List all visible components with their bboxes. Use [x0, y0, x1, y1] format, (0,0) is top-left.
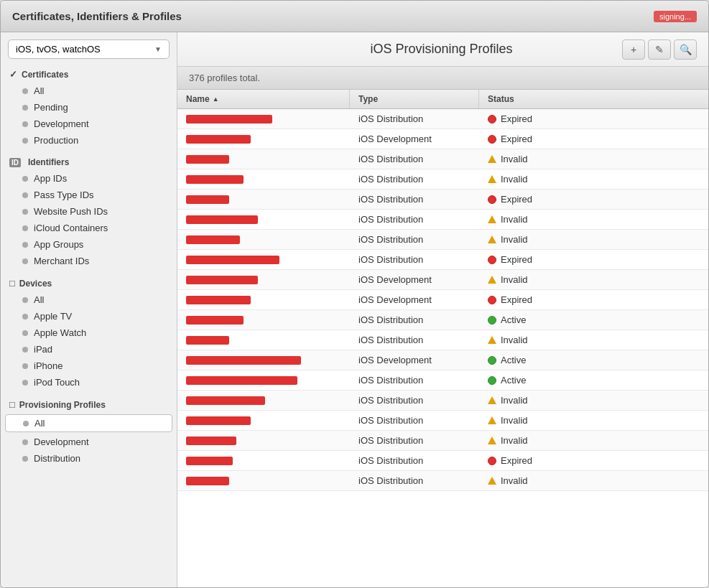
- sidebar-item-apple-tv[interactable]: Apple TV: [1, 308, 177, 325]
- status-cell: Active: [479, 310, 708, 330]
- warning-icon: [488, 155, 496, 163]
- sidebar-section-certificates: ✓ Certificates All Pending Development: [1, 65, 177, 149]
- status-cell: Active: [479, 350, 708, 370]
- table-header: Name ▲ Type Status: [177, 90, 708, 109]
- name-cell: [177, 109, 350, 129]
- sidebar-item-devices-all[interactable]: All: [1, 291, 177, 308]
- sidebar-item-ipad[interactable]: iPad: [1, 341, 177, 358]
- name-cell: [177, 169, 350, 189]
- column-status[interactable]: Status: [479, 90, 708, 108]
- table-row[interactable]: iOS Development Expired: [177, 129, 708, 149]
- warning-icon: [488, 276, 496, 284]
- status-cell: Expired: [479, 451, 708, 470]
- table-row[interactable]: iOS Distribution Expired: [177, 250, 708, 270]
- status-cell: Expired: [479, 129, 708, 149]
- name-cell: [177, 370, 350, 390]
- name-cell: [177, 129, 350, 149]
- app-window: Certificates, Identifiers & Profiles sig…: [0, 0, 709, 588]
- name-cell: [177, 451, 350, 470]
- status-cell: Invalid: [479, 230, 708, 249]
- table-row[interactable]: iOS Distribution Expired: [177, 451, 708, 471]
- redacted-name: [186, 437, 236, 445]
- chevron-down-icon: ▼: [154, 45, 162, 53]
- sidebar-section-devices: □ Devices All Apple TV Apple Watch: [1, 274, 177, 391]
- warning-icon: [488, 437, 496, 444]
- certificates-icon: ✓: [9, 69, 17, 80]
- content-area: iOS, tvOS, watchOS ▼ ✓ Certificates All …: [1, 32, 708, 587]
- dot-icon: [22, 225, 28, 231]
- table-row[interactable]: iOS Distribution Invalid: [177, 210, 708, 230]
- platform-dropdown[interactable]: iOS, tvOS, watchOS ▼: [8, 39, 170, 59]
- table-row[interactable]: iOS Distribution Active: [177, 310, 708, 330]
- table-row[interactable]: iOS Distribution Invalid: [177, 431, 708, 451]
- sidebar-item-iphone[interactable]: iPhone: [1, 358, 177, 374]
- table-row[interactable]: iOS Distribution Invalid: [177, 230, 708, 250]
- type-cell: iOS Development: [350, 350, 479, 370]
- type-cell: iOS Development: [350, 290, 479, 309]
- section-label-provisioning: Provisioning Profiles: [19, 400, 106, 410]
- sidebar-item-profiles-development[interactable]: Development: [1, 434, 177, 450]
- sidebar-item-merchant-ids[interactable]: Merchant IDs: [1, 253, 177, 269]
- section-header-devices: □ Devices: [1, 274, 177, 291]
- table-row[interactable]: iOS Development Active: [177, 350, 708, 370]
- sidebar-item-cert-all[interactable]: All: [1, 83, 177, 99]
- search-button[interactable]: 🔍: [674, 39, 697, 60]
- edit-button[interactable]: ✎: [648, 39, 671, 60]
- sidebar-item-cert-pending[interactable]: Pending: [1, 99, 177, 116]
- name-cell: [177, 149, 350, 169]
- sidebar-item-apple-watch[interactable]: Apple Watch: [1, 325, 177, 341]
- section-header-identifiers: ID Identifiers: [1, 153, 177, 170]
- sidebar-item-app-groups[interactable]: App Groups: [1, 236, 177, 253]
- active-icon: [488, 356, 496, 365]
- table-row[interactable]: iOS Distribution Invalid: [177, 411, 708, 431]
- section-label-certificates: Certificates: [22, 70, 68, 80]
- column-name[interactable]: Name ▲: [177, 90, 350, 108]
- sort-icon: ▲: [213, 95, 219, 103]
- table-row[interactable]: iOS Distribution Invalid: [177, 169, 708, 190]
- table-row[interactable]: iOS Distribution Active: [177, 370, 708, 391]
- sidebar-item-pass-type-ids[interactable]: Pass Type IDs: [1, 187, 177, 203]
- column-type[interactable]: Type: [350, 90, 479, 108]
- status-cell: Invalid: [479, 391, 708, 410]
- window-title: Certificates, Identifiers & Profiles: [12, 10, 182, 22]
- sidebar-item-ipod-touch[interactable]: iPod Touch: [1, 374, 177, 391]
- table-row[interactable]: iOS Distribution Invalid: [177, 149, 708, 169]
- redacted-name: [186, 175, 244, 184]
- dot-icon: [22, 105, 28, 111]
- user-badge: signing...: [654, 11, 697, 22]
- dot-icon: [22, 347, 28, 353]
- status-cell: Expired: [479, 290, 708, 309]
- table-row[interactable]: iOS Development Expired: [177, 290, 708, 310]
- sidebar-item-profiles-distribution[interactable]: Distribution: [1, 450, 177, 467]
- sidebar-item-cert-production[interactable]: Production: [1, 132, 177, 149]
- sidebar-section-provisioning: □ Provisioning Profiles All Development …: [1, 395, 177, 467]
- type-cell: iOS Distribution: [350, 250, 479, 269]
- add-button[interactable]: +: [622, 39, 645, 60]
- table-row[interactable]: iOS Distribution Invalid: [177, 330, 708, 350]
- table-row[interactable]: iOS Development Invalid: [177, 270, 708, 290]
- id-icon: ID: [9, 158, 21, 167]
- profiles-count: 376 profiles total.: [189, 73, 260, 83]
- active-icon: [488, 376, 496, 385]
- dot-icon: [22, 88, 28, 94]
- table-row[interactable]: iOS Distribution Invalid: [177, 471, 708, 491]
- status-cell: Expired: [479, 190, 708, 209]
- table-row[interactable]: iOS Distribution Invalid: [177, 391, 708, 411]
- sidebar-item-cert-development[interactable]: Development: [1, 116, 177, 132]
- table-row[interactable]: iOS Distribution Expired: [177, 190, 708, 210]
- name-cell: [177, 411, 350, 430]
- devices-icon: □: [9, 278, 15, 289]
- warning-icon: [488, 215, 496, 223]
- status-cell: Invalid: [479, 330, 708, 350]
- sidebar-item-website-push-ids[interactable]: Website Push IDs: [1, 203, 177, 220]
- dot-icon: [22, 439, 28, 445]
- sidebar-item-profiles-all[interactable]: All: [5, 414, 172, 432]
- sidebar-item-app-ids[interactable]: App IDs: [1, 170, 177, 187]
- warning-icon: [488, 235, 496, 243]
- redacted-name: [186, 195, 229, 204]
- table-row[interactable]: iOS Distribution Expired: [177, 109, 708, 129]
- sidebar-item-icloud-containers[interactable]: iCloud Containers: [1, 220, 177, 236]
- type-cell: iOS Distribution: [350, 451, 479, 470]
- dot-icon: [22, 121, 28, 127]
- type-cell: iOS Distribution: [350, 370, 479, 390]
